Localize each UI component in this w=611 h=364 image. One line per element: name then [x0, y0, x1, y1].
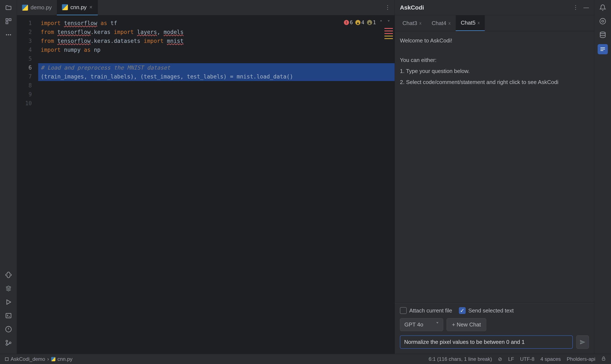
code-content[interactable]: !6 ▲4 ▲1 ˄ ˅ import tensorflow as tffrom… — [38, 15, 395, 354]
chat-body: Welcome to AskCodi! You can either: 1. T… — [395, 31, 594, 304]
code-editor[interactable]: 12345678910 !6 ▲4 ▲1 ˄ ˅ import tensorfl… — [17, 15, 395, 354]
checkbox-icon: ✓ — [459, 307, 466, 314]
left-tool-rail — [0, 0, 17, 354]
code-line[interactable]: import numpy as np — [38, 45, 395, 54]
button-label: + New Chat — [452, 321, 481, 328]
encoding[interactable]: UTF-8 — [520, 356, 534, 362]
more-icon[interactable] — [4, 31, 13, 39]
line-gutter: 12345678910 — [17, 15, 38, 354]
chat-input[interactable] — [400, 335, 573, 349]
attach-file-checkbox[interactable]: Attach current file — [400, 307, 452, 314]
database-icon[interactable] — [598, 31, 607, 39]
svg-rect-13 — [602, 358, 605, 360]
problems-icon[interactable] — [4, 325, 13, 333]
code-line[interactable] — [38, 81, 395, 90]
status-bar: AskCodi_demo › cnn.py 6:1 (116 chars, 1 … — [0, 354, 611, 364]
chat-tab-label: Chat5 — [461, 20, 475, 26]
close-icon[interactable]: x — [419, 21, 421, 26]
model-select[interactable]: GPT 4o ˅ — [400, 318, 443, 331]
minimize-icon[interactable]: — — [584, 4, 589, 11]
services-icon[interactable] — [4, 298, 13, 306]
python-file-icon — [51, 357, 55, 361]
file-tab-label: demo.py — [31, 4, 52, 11]
svg-point-10 — [6, 344, 8, 345]
file-tab-demo[interactable]: demo.py — [17, 0, 57, 15]
breadcrumb[interactable]: AskCodi_demo › cnn.py — [5, 356, 72, 362]
editor-area: demo.py cnn.py ✕ ⋮ 12345678910 !6 ▲4 ▲1 … — [17, 0, 395, 354]
instruction-item: 2. Select code/comment/statement and rig… — [400, 78, 589, 86]
askcodi-header: AskCodi ⋮ — — [395, 0, 594, 15]
weak-warning-icon: ▲ — [367, 20, 372, 25]
send-selected-checkbox[interactable]: ✓ Send selected text — [459, 307, 514, 314]
svg-point-12 — [600, 32, 605, 34]
askcodi-panel: AskCodi ⋮ — Chat3xChat4xChat5x Welcome t… — [395, 0, 594, 354]
packages-icon[interactable] — [4, 284, 13, 293]
code-line[interactable] — [38, 54, 395, 63]
breadcrumb-file: cnn.py — [57, 356, 73, 362]
ai-icon[interactable] — [598, 17, 607, 26]
line-separator[interactable]: LF — [508, 356, 514, 362]
prev-highlight-icon[interactable]: ˄ — [378, 20, 384, 26]
reader-mode-icon[interactable]: ⊘ — [498, 356, 502, 362]
indent[interactable]: 4 spaces — [540, 356, 561, 362]
next-highlight-icon[interactable]: ˅ — [386, 20, 391, 26]
project-icon[interactable] — [4, 3, 13, 12]
chat-tab-label: Chat3 — [403, 20, 417, 26]
notifications-icon[interactable] — [598, 3, 607, 12]
close-icon[interactable]: ✕ — [89, 5, 93, 10]
chat-tab[interactable]: Chat4x — [427, 15, 455, 31]
checkbox-icon — [400, 307, 407, 314]
info-count: 1 — [373, 20, 376, 26]
chat-tab-label: Chat4 — [431, 20, 446, 26]
code-line[interactable]: (train_images, train_labels), (test_imag… — [38, 72, 395, 81]
checkbox-label: Attach current file — [409, 307, 452, 314]
svg-point-3 — [6, 34, 7, 35]
status-extra[interactable]: Pholders-api — [567, 356, 595, 362]
panel-options-icon[interactable]: ⋮ — [573, 4, 578, 11]
close-icon[interactable]: x — [448, 21, 451, 26]
chat-tabs: Chat3xChat4xChat5x — [395, 15, 594, 31]
chat-tab[interactable]: Chat5x — [456, 15, 485, 31]
instruction-item: 1. Type your question below. — [400, 67, 589, 75]
python-file-icon — [22, 5, 28, 11]
close-icon[interactable]: x — [478, 20, 480, 25]
error-count: 6 — [350, 20, 353, 26]
file-tab-label: cnn.py — [70, 4, 87, 11]
svg-rect-7 — [6, 313, 11, 318]
code-line[interactable] — [38, 99, 395, 108]
svg-rect-2 — [6, 22, 8, 24]
checkbox-label: Send selected text — [468, 307, 514, 314]
error-stripe[interactable] — [384, 28, 393, 41]
svg-rect-1 — [9, 19, 11, 21]
code-line[interactable]: from tensorflow.keras.datasets import mn… — [38, 37, 395, 45]
code-line[interactable]: import tensorflow as tf — [38, 19, 395, 27]
structure-icon[interactable] — [4, 17, 13, 26]
code-line[interactable]: # Load and preprocess the MNIST dataset — [38, 63, 395, 72]
askcodi-tool-icon[interactable] — [598, 44, 608, 54]
editor-tab-bar: demo.py cnn.py ✕ ⋮ — [17, 0, 395, 15]
svg-point-5 — [10, 34, 11, 35]
code-line[interactable]: from tensorflow.keras import layers, mod… — [38, 27, 395, 37]
code-line[interactable] — [38, 90, 395, 99]
chat-tab[interactable]: Chat3x — [397, 15, 427, 31]
diagnostics-summary[interactable]: !6 ▲4 ▲1 ˄ ˅ — [344, 20, 391, 26]
square-icon — [5, 357, 9, 361]
chevron-right-icon: › — [47, 356, 49, 362]
model-name: GPT 4o — [404, 321, 423, 328]
file-tab-cnn[interactable]: cnn.py ✕ — [57, 0, 98, 15]
svg-point-4 — [8, 34, 9, 35]
vcs-icon[interactable] — [4, 338, 13, 347]
warning-count: 4 — [361, 20, 364, 26]
send-button[interactable] — [576, 335, 589, 349]
tab-overflow-icon[interactable]: ⋮ — [385, 4, 395, 11]
new-chat-button[interactable]: + New Chat — [447, 318, 486, 331]
breadcrumb-project: AskCodi_demo — [11, 356, 45, 362]
svg-rect-0 — [6, 19, 8, 21]
warning-icon: ▲ — [355, 20, 361, 25]
python-console-icon[interactable] — [4, 271, 13, 279]
cursor-position[interactable]: 6:1 (116 chars, 1 line break) — [429, 356, 492, 362]
lock-icon[interactable] — [601, 356, 606, 362]
svg-point-9 — [6, 340, 8, 342]
chevron-down-icon: ˅ — [436, 321, 439, 328]
terminal-icon[interactable] — [4, 312, 13, 320]
